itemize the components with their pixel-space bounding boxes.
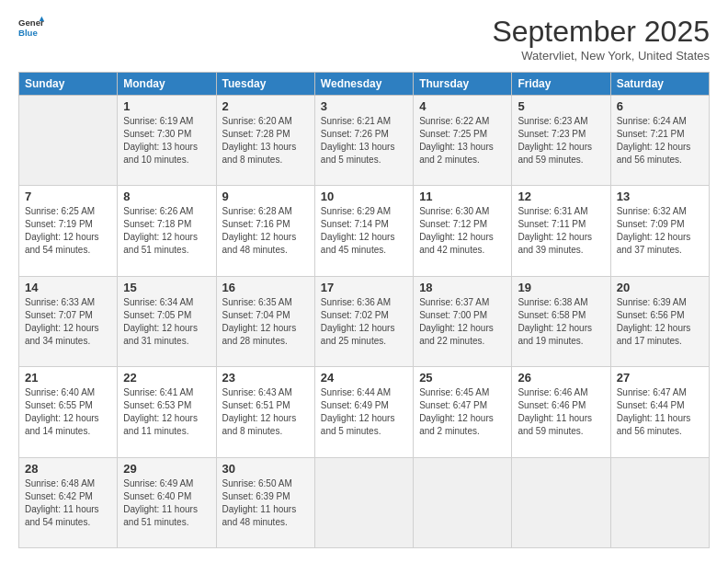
day-info: Sunrise: 6:37 AMSunset: 7:00 PMDaylight:…: [419, 296, 506, 348]
day-number: 29: [123, 462, 210, 476]
day-number: 30: [222, 462, 309, 476]
header-friday: Friday: [512, 73, 610, 96]
logo-icon: General Blue: [18, 15, 44, 40]
table-row: 4Sunrise: 6:22 AMSunset: 7:25 PMDaylight…: [414, 96, 512, 186]
page: General Blue September 2025 Watervliet, …: [0, 0, 728, 563]
day-info: Sunrise: 6:20 AMSunset: 7:28 PMDaylight:…: [222, 115, 309, 167]
day-info: Sunrise: 6:31 AMSunset: 7:11 PMDaylight:…: [518, 205, 604, 257]
table-row: 2Sunrise: 6:20 AMSunset: 7:28 PMDaylight…: [216, 96, 314, 186]
day-number: 6: [617, 99, 703, 113]
month-title: September 2025: [492, 15, 710, 49]
header-sunday: Sunday: [19, 73, 118, 96]
day-number: 26: [518, 371, 604, 385]
day-number: 27: [617, 371, 703, 385]
day-info: Sunrise: 6:29 AMSunset: 7:14 PMDaylight:…: [321, 205, 407, 257]
header: General Blue September 2025 Watervliet, …: [18, 15, 710, 63]
calendar-week-row: 7Sunrise: 6:25 AMSunset: 7:19 PMDaylight…: [19, 186, 710, 276]
day-number: 20: [617, 281, 703, 294]
day-number: 22: [123, 371, 210, 385]
day-number: 18: [419, 281, 506, 294]
day-number: 23: [222, 371, 309, 385]
calendar-week-row: 1Sunrise: 6:19 AMSunset: 7:30 PMDaylight…: [19, 96, 710, 186]
day-number: 12: [518, 190, 604, 203]
day-number: 19: [518, 281, 604, 294]
calendar-week-row: 14Sunrise: 6:33 AMSunset: 7:07 PMDayligh…: [19, 276, 710, 366]
table-row: 22Sunrise: 6:41 AMSunset: 6:53 PMDayligh…: [118, 367, 216, 457]
day-number: 25: [419, 371, 506, 385]
day-number: 24: [321, 371, 407, 385]
day-info: Sunrise: 6:23 AMSunset: 7:23 PMDaylight:…: [518, 115, 604, 167]
day-info: Sunrise: 6:24 AMSunset: 7:21 PMDaylight:…: [617, 115, 703, 167]
table-row: 7Sunrise: 6:25 AMSunset: 7:19 PMDaylight…: [19, 186, 118, 276]
day-info: Sunrise: 6:19 AMSunset: 7:30 PMDaylight:…: [123, 115, 210, 167]
day-info: Sunrise: 6:30 AMSunset: 7:12 PMDaylight:…: [419, 205, 506, 257]
day-info: Sunrise: 6:38 AMSunset: 6:58 PMDaylight:…: [518, 296, 604, 348]
day-number: 4: [419, 99, 506, 113]
day-info: Sunrise: 6:50 AMSunset: 6:39 PMDaylight:…: [222, 477, 309, 529]
day-info: Sunrise: 6:21 AMSunset: 7:26 PMDaylight:…: [321, 115, 407, 167]
day-number: 14: [25, 281, 111, 294]
table-row: 25Sunrise: 6:45 AMSunset: 6:47 PMDayligh…: [414, 367, 512, 457]
table-row: 26Sunrise: 6:46 AMSunset: 6:46 PMDayligh…: [512, 367, 610, 457]
table-row: 10Sunrise: 6:29 AMSunset: 7:14 PMDayligh…: [314, 186, 413, 276]
table-row: 15Sunrise: 6:34 AMSunset: 7:05 PMDayligh…: [118, 276, 216, 366]
day-info: Sunrise: 6:48 AMSunset: 6:42 PMDaylight:…: [25, 477, 111, 529]
table-row: 23Sunrise: 6:43 AMSunset: 6:51 PMDayligh…: [216, 367, 314, 457]
day-info: Sunrise: 6:44 AMSunset: 6:49 PMDaylight:…: [321, 386, 407, 438]
table-row: 21Sunrise: 6:40 AMSunset: 6:55 PMDayligh…: [19, 367, 118, 457]
day-info: Sunrise: 6:33 AMSunset: 7:07 PMDaylight:…: [25, 296, 111, 348]
header-tuesday: Tuesday: [216, 73, 314, 96]
table-row: 14Sunrise: 6:33 AMSunset: 7:07 PMDayligh…: [19, 276, 118, 366]
table-row: [19, 96, 118, 186]
day-info: Sunrise: 6:45 AMSunset: 6:47 PMDaylight:…: [419, 386, 506, 438]
day-info: Sunrise: 6:36 AMSunset: 7:02 PMDaylight:…: [321, 296, 407, 348]
table-row: [512, 457, 610, 547]
location: Watervliet, New York, United States: [492, 49, 710, 63]
table-row: 17Sunrise: 6:36 AMSunset: 7:02 PMDayligh…: [314, 276, 413, 366]
day-info: Sunrise: 6:34 AMSunset: 7:05 PMDaylight:…: [123, 296, 210, 348]
table-row: 5Sunrise: 6:23 AMSunset: 7:23 PMDaylight…: [512, 96, 610, 186]
day-info: Sunrise: 6:49 AMSunset: 6:40 PMDaylight:…: [123, 477, 210, 529]
calendar-table: Sunday Monday Tuesday Wednesday Thursday…: [18, 72, 710, 548]
day-info: Sunrise: 6:28 AMSunset: 7:16 PMDaylight:…: [222, 205, 309, 257]
day-number: 21: [25, 371, 111, 385]
header-wednesday: Wednesday: [314, 73, 413, 96]
title-block: September 2025 Watervliet, New York, Uni…: [492, 15, 710, 63]
day-number: 2: [222, 99, 309, 113]
day-number: 11: [419, 190, 506, 203]
day-number: 7: [25, 190, 111, 203]
table-row: 20Sunrise: 6:39 AMSunset: 6:56 PMDayligh…: [610, 276, 709, 366]
table-row: 28Sunrise: 6:48 AMSunset: 6:42 PMDayligh…: [19, 457, 118, 547]
svg-text:General: General: [18, 17, 44, 28]
table-row: [414, 457, 512, 547]
day-number: 13: [617, 190, 703, 203]
table-row: [610, 457, 709, 547]
calendar-header-row: Sunday Monday Tuesday Wednesday Thursday…: [19, 73, 710, 96]
svg-text:Blue: Blue: [18, 28, 38, 38]
table-row: 8Sunrise: 6:26 AMSunset: 7:18 PMDaylight…: [118, 186, 216, 276]
table-row: 9Sunrise: 6:28 AMSunset: 7:16 PMDaylight…: [216, 186, 314, 276]
day-number: 3: [321, 99, 407, 113]
table-row: 13Sunrise: 6:32 AMSunset: 7:09 PMDayligh…: [610, 186, 709, 276]
day-number: 5: [518, 99, 604, 113]
day-number: 9: [222, 190, 309, 203]
day-info: Sunrise: 6:40 AMSunset: 6:55 PMDaylight:…: [25, 386, 111, 438]
table-row: 29Sunrise: 6:49 AMSunset: 6:40 PMDayligh…: [118, 457, 216, 547]
header-monday: Monday: [118, 73, 216, 96]
table-row: [314, 457, 413, 547]
table-row: 12Sunrise: 6:31 AMSunset: 7:11 PMDayligh…: [512, 186, 610, 276]
day-number: 8: [123, 190, 210, 203]
day-info: Sunrise: 6:43 AMSunset: 6:51 PMDaylight:…: [222, 386, 309, 438]
day-info: Sunrise: 6:22 AMSunset: 7:25 PMDaylight:…: [419, 115, 506, 167]
calendar-week-row: 21Sunrise: 6:40 AMSunset: 6:55 PMDayligh…: [19, 367, 710, 457]
header-thursday: Thursday: [414, 73, 512, 96]
day-number: 16: [222, 281, 309, 294]
logo: General Blue: [18, 15, 44, 40]
calendar-week-row: 28Sunrise: 6:48 AMSunset: 6:42 PMDayligh…: [19, 457, 710, 547]
table-row: 6Sunrise: 6:24 AMSunset: 7:21 PMDaylight…: [610, 96, 709, 186]
table-row: 16Sunrise: 6:35 AMSunset: 7:04 PMDayligh…: [216, 276, 314, 366]
table-row: 3Sunrise: 6:21 AMSunset: 7:26 PMDaylight…: [314, 96, 413, 186]
table-row: 24Sunrise: 6:44 AMSunset: 6:49 PMDayligh…: [314, 367, 413, 457]
table-row: 27Sunrise: 6:47 AMSunset: 6:44 PMDayligh…: [610, 367, 709, 457]
day-number: 10: [321, 190, 407, 203]
